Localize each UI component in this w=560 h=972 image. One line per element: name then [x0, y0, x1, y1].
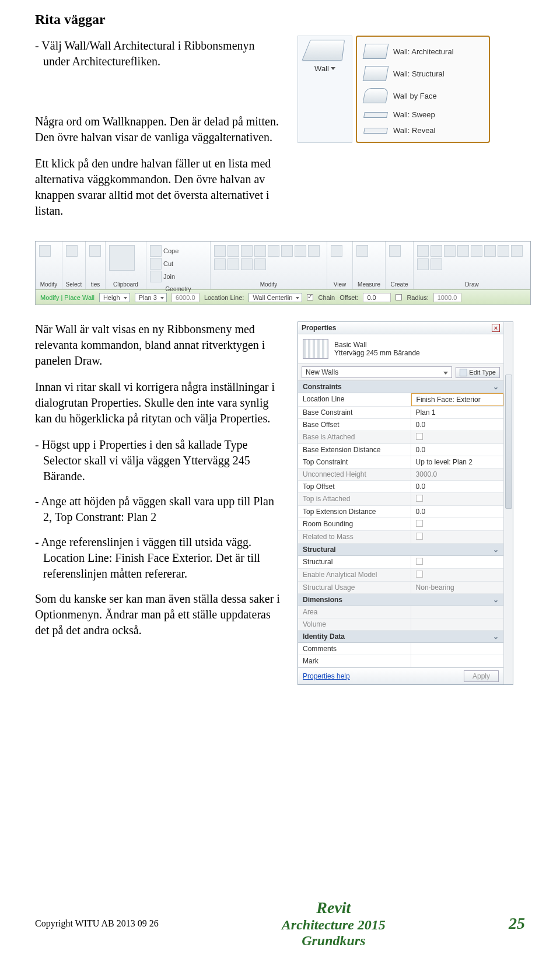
- wall-item-structural[interactable]: Wall: Structural: [359, 62, 487, 85]
- height-mode-select[interactable]: Heigh: [99, 293, 130, 302]
- options-bar: Modify | Place Wall Heigh Plan 3 6000.0 …: [36, 289, 530, 305]
- apply-button[interactable]: Apply: [464, 670, 499, 682]
- ribbon-figure: Modify Select ties Clipboard Cope Cut Jo…: [35, 241, 531, 305]
- radius-checkbox[interactable]: [396, 294, 402, 300]
- wall-item-sweep[interactable]: Wall: Sweep: [359, 107, 487, 123]
- row-base-attached: Base is Attached: [298, 431, 503, 444]
- arrow-icon: [39, 245, 51, 257]
- row-comments[interactable]: Comments: [298, 643, 503, 655]
- type-family: Basic Wall: [334, 341, 420, 349]
- dropdown-arrow-icon: [331, 67, 335, 70]
- close-icon[interactable]: ×: [492, 324, 500, 332]
- row-unc-height: Unconnected Height3000.0: [298, 468, 503, 481]
- list-item-3: Ange referenslinjen i väggen till utsida…: [35, 534, 280, 582]
- row-location-line[interactable]: Location LineFinish Face: Exterior: [298, 393, 503, 407]
- checkbox-icon: [416, 433, 423, 440]
- context-label: Modify | Place Wall: [40, 294, 94, 301]
- wall-button-label: Wall: [314, 64, 329, 73]
- mid-paragraph-1: När Wall är valt visas en ny Ribbonsmeny…: [35, 321, 280, 369]
- create-icon: [389, 245, 401, 257]
- type-selector[interactable]: Basic Wall Yttervägg 245 mm Bärande: [298, 334, 503, 364]
- line-icon: [417, 245, 429, 257]
- wall-item-by-face[interactable]: Wall by Face: [359, 85, 487, 107]
- poly-icon: [444, 245, 456, 257]
- properties-title: Properties: [302, 324, 336, 332]
- select-icon: [66, 245, 78, 257]
- radius-input[interactable]: 1000.0: [433, 293, 461, 302]
- edit-type-button[interactable]: Edit Type: [456, 367, 500, 378]
- wall-arch-icon: [363, 44, 389, 59]
- wall-type-icon: [303, 339, 328, 359]
- mid-paragraph-2: Innan vi ritar skall vi korrigera några …: [35, 379, 280, 426]
- section-dimensions[interactable]: Dimensions⌄: [298, 594, 503, 606]
- footer-title-1: Revit: [282, 898, 386, 917]
- paragraph-1: Några ord om Wallknappen. Den är delad p…: [35, 114, 280, 145]
- wall-split-button[interactable]: Wall: [298, 36, 352, 143]
- new-walls-dropdown[interactable]: New Walls: [302, 366, 452, 378]
- collapse-icon: ⌄: [493, 383, 499, 391]
- stair-icon: [254, 245, 266, 257]
- paragraph-2: Ett klick på den undre halvan fäller ut …: [35, 156, 280, 219]
- wall-dropdown-list: Wall: Architectural Wall: Structural Wal…: [356, 36, 490, 143]
- section-structural[interactable]: Structural⌄: [298, 544, 503, 556]
- properties-help-link[interactable]: Properties help: [303, 672, 350, 680]
- type-name: Yttervägg 245 mm Bärande: [334, 349, 420, 357]
- scroll-thumb[interactable]: [505, 375, 512, 509]
- row-base-offset[interactable]: Base Offset0.0: [298, 419, 503, 431]
- cut-icon: [150, 258, 162, 270]
- heading: Rita väggar: [35, 12, 531, 27]
- offset-label: Offset:: [340, 294, 358, 301]
- offset-input[interactable]: 0.0: [363, 293, 391, 302]
- wall-sweep-icon: [363, 112, 388, 118]
- location-line-label: Location Line:: [204, 294, 244, 301]
- arc-icon: [471, 245, 482, 257]
- checkbox-icon: [416, 495, 423, 502]
- wall-dropdown-figure: Wall Wall: Architectural Wall: Structura…: [298, 36, 531, 143]
- checkbox-icon: [416, 558, 423, 565]
- paste-icon: [109, 245, 135, 271]
- view-icon: [331, 245, 342, 257]
- row-structural[interactable]: Structural: [298, 556, 503, 569]
- height-level-select[interactable]: Plan 3: [135, 293, 167, 302]
- list-item-2: Ange att höjden på väggen skall vara upp…: [35, 494, 280, 525]
- scrollbar[interactable]: [503, 322, 513, 684]
- measure-icon: [356, 245, 368, 257]
- rect-icon: [430, 245, 442, 257]
- wall-face-icon: [363, 88, 389, 103]
- section-identity[interactable]: Identity Data⌄: [298, 631, 503, 643]
- collapse-icon: ⌄: [493, 596, 499, 604]
- wall-item-architectural[interactable]: Wall: Architectural: [359, 40, 487, 62]
- height-value-input[interactable]: 6000.0: [172, 293, 200, 302]
- chain-checkbox[interactable]: [307, 294, 313, 300]
- wall-icon: [302, 40, 345, 61]
- copyright-text: Copyright WITU AB 2013 09 26: [35, 918, 159, 929]
- join-icon: [150, 271, 162, 282]
- wall-item-reveal[interactable]: Wall: Reveal: [359, 123, 487, 138]
- row-top-offset[interactable]: Top Offset0.0: [298, 481, 503, 493]
- location-line-select[interactable]: Wall Centerlin: [249, 293, 302, 302]
- page-footer: Copyright WITU AB 2013 09 26 Revit Archi…: [35, 898, 525, 949]
- row-enable-analytical: Enable Analytical Model: [298, 569, 503, 582]
- intro-bullet: Välj Wall/Wall Architectural i Ribbonsme…: [35, 38, 280, 69]
- row-top-ext[interactable]: Top Extension Distance0.0: [298, 506, 503, 518]
- row-mark[interactable]: Mark: [298, 655, 503, 667]
- row-top-constraint[interactable]: Top ConstraintUp to level: Plan 2: [298, 456, 503, 468]
- wall-reveal-icon: [363, 128, 388, 134]
- footer-title-2: Architecture 2015: [282, 917, 386, 933]
- page-number: 25: [509, 914, 525, 933]
- row-base-ext[interactable]: Base Extension Distance0.0: [298, 444, 503, 456]
- row-struct-usage: Structural UsageNon-bearing: [298, 582, 503, 594]
- checkbox-icon: [416, 571, 423, 578]
- row-related-mass: Related to Mass: [298, 531, 503, 544]
- checkbox-icon: [416, 533, 423, 540]
- radius-label: Radius:: [407, 294, 428, 301]
- row-room-bounding[interactable]: Room Bounding: [298, 518, 503, 531]
- row-base-constraint[interactable]: Base ConstraintPlan 1: [298, 407, 503, 419]
- chain-label: Chain: [318, 294, 335, 301]
- list-item-1: Högst upp i Properties i den så kallade …: [35, 437, 280, 484]
- properties-panel: Properties × Basic Wall Yttervägg 245 mm…: [298, 321, 513, 685]
- checkbox-icon: [416, 520, 423, 527]
- circle-icon: [457, 245, 469, 257]
- row-top-attached: Top is Attached: [298, 493, 503, 506]
- section-constraints[interactable]: Constraints⌄: [298, 381, 503, 393]
